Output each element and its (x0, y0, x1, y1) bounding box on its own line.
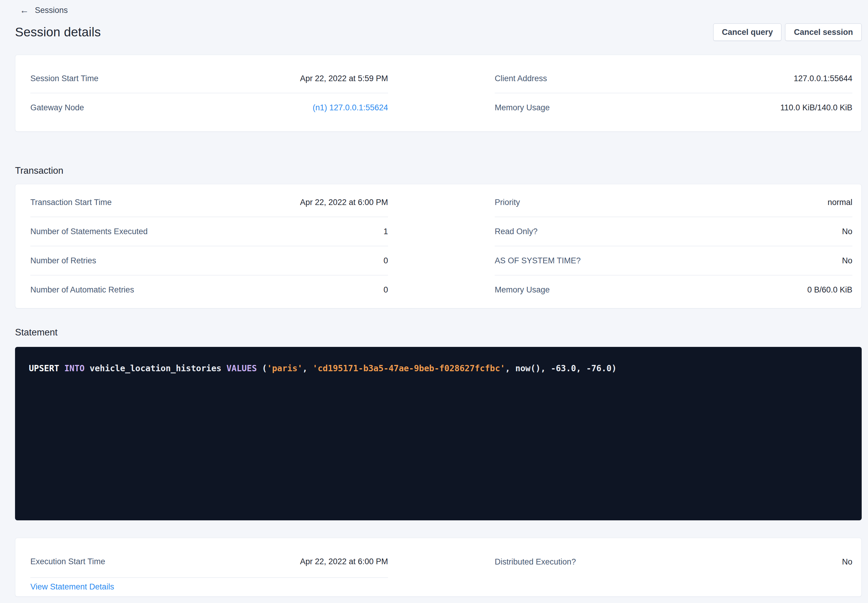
transaction-heading: Transaction (15, 165, 862, 176)
execution-card-right-column: Distributed Execution?No (495, 546, 853, 596)
kv-label: Number of Retries (30, 256, 96, 266)
transaction-card-right-column: PrioritynormalRead Only?NoAS OF SYSTEM T… (495, 188, 853, 305)
transaction-card-left-column: Transaction Start TimeApr 22, 2022 at 6:… (30, 188, 388, 305)
kv-label: Session Start Time (30, 74, 99, 83)
kv-row-memory-usage: Memory Usage0 B/60.0 KiB (495, 275, 853, 305)
cancel-session-button[interactable]: Cancel session (785, 23, 862, 41)
transaction-card: Transaction Start TimeApr 22, 2022 at 6:… (15, 184, 862, 308)
execution-card: Execution Start TimeApr 22, 2022 at 6:00… (15, 538, 862, 597)
sql-token: VALUES (226, 363, 257, 373)
breadcrumb-sessions-link[interactable]: Sessions (35, 6, 68, 15)
kv-label: Distributed Execution? (495, 557, 576, 567)
kv-label: Number of Automatic Retries (30, 285, 134, 295)
sql-statement: UPSERT INTO vehicle_location_histories V… (29, 363, 848, 375)
kv-value: 0 (383, 256, 388, 266)
kv-value: Apr 22, 2022 at 6:00 PM (300, 557, 388, 566)
kv-label: Memory Usage (495, 285, 550, 295)
execution-card-left-column: Execution Start TimeApr 22, 2022 at 6:00… (30, 546, 388, 596)
kv-value: Apr 22, 2022 at 6:00 PM (300, 198, 388, 207)
kv-label: Priority (495, 198, 520, 207)
session-summary-card: Session Start TimeApr 22, 2022 at 5:59 P… (15, 55, 862, 131)
sql-token (59, 363, 64, 373)
sql-token: 'cd195171-b3a5-47ae-9beb-f028627fcfbc' (313, 363, 505, 373)
kv-label: Memory Usage (495, 103, 550, 113)
kv-row-session-start-time: Session Start TimeApr 22, 2022 at 5:59 P… (30, 64, 388, 93)
statement-code-block: UPSERT INTO vehicle_location_histories V… (15, 347, 862, 520)
kv-value: normal (828, 198, 853, 207)
kv-label: AS OF SYSTEM TIME? (495, 256, 581, 266)
kv-value: 0 B/60.0 KiB (807, 285, 853, 295)
kv-value: 127.0.0.1:55644 (794, 74, 853, 83)
kv-label: Number of Statements Executed (30, 227, 148, 236)
kv-row-number-of-statements-executed: Number of Statements Executed1 (30, 217, 388, 246)
sql-token: 'paris' (267, 363, 302, 373)
sql-token: , (302, 363, 313, 373)
kv-row-read-only: Read Only?No (495, 217, 853, 246)
kv-row-transaction-start-time: Transaction Start TimeApr 22, 2022 at 6:… (30, 188, 388, 217)
kv-row-number-of-retries: Number of Retries0 (30, 246, 388, 275)
kv-label: Read Only? (495, 227, 538, 236)
kv-row-execution-start-time: Execution Start TimeApr 22, 2022 at 6:00… (30, 546, 388, 578)
sql-token: INTO (64, 363, 85, 373)
kv-label: Client Address (495, 74, 547, 83)
sql-token: , now(), -63.0, -76.0) (505, 363, 617, 373)
sql-token: vehicle_location_histories (85, 363, 226, 373)
kv-value: No (842, 256, 853, 266)
kv-label: Transaction Start Time (30, 198, 112, 207)
kv-value[interactable]: (n1) 127.0.0.1:55624 (313, 103, 388, 113)
page-title: Session details (15, 25, 101, 39)
kv-row-number-of-automatic-retries: Number of Automatic Retries0 (30, 275, 388, 305)
kv-value: 1 (383, 227, 388, 236)
session-card-right-column: Client Address127.0.0.1:55644Memory Usag… (495, 64, 853, 122)
kv-value: No (842, 227, 853, 236)
breadcrumb: ← Sessions (0, 0, 868, 15)
kv-value: 0 (383, 285, 388, 295)
kv-row-distributed-execution: Distributed Execution?No (495, 546, 853, 578)
back-arrow-icon[interactable]: ← (20, 6, 29, 15)
sql-token: ( (257, 363, 267, 373)
sql-token: UPSERT (29, 363, 59, 373)
view-statement-details-link[interactable]: View Statement Details (30, 582, 114, 592)
statement-heading: Statement (15, 327, 862, 338)
kv-value: 110.0 KiB/140.0 KiB (780, 103, 853, 113)
page-content: Session Start TimeApr 22, 2022 at 5:59 P… (15, 55, 862, 597)
header-actions: Cancel query Cancel session (713, 23, 862, 41)
session-card-left-column: Session Start TimeApr 22, 2022 at 5:59 P… (30, 64, 388, 122)
page-header: Session details Cancel query Cancel sess… (15, 22, 862, 42)
kv-label: Execution Start Time (30, 557, 105, 566)
kv-row-client-address: Client Address127.0.0.1:55644 (495, 64, 853, 93)
kv-label: Gateway Node (30, 103, 84, 113)
cancel-query-button[interactable]: Cancel query (713, 23, 782, 41)
kv-value: No (842, 557, 853, 567)
kv-row-priority: Prioritynormal (495, 188, 853, 217)
kv-row-memory-usage: Memory Usage110.0 KiB/140.0 KiB (495, 93, 853, 122)
kv-value: Apr 22, 2022 at 5:59 PM (300, 74, 388, 83)
kv-row-as-of-system-time: AS OF SYSTEM TIME?No (495, 246, 853, 275)
kv-row-gateway-node: Gateway Node(n1) 127.0.0.1:55624 (30, 93, 388, 122)
